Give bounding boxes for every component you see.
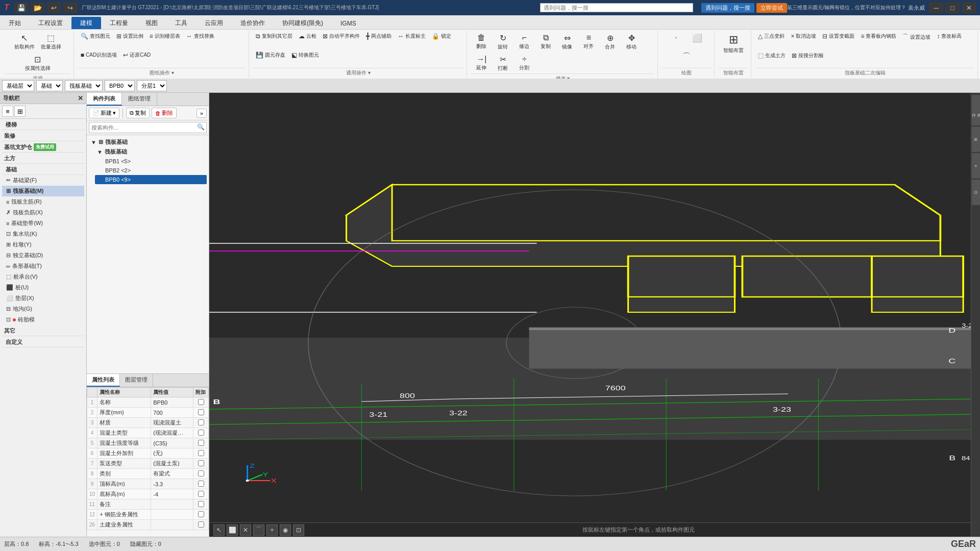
- ribbon-tab-工具[interactable]: 工具: [166, 17, 196, 29]
- prop-check[interactable]: [193, 520, 209, 530]
- layer-select-3[interactable]: 筏板基础: [65, 80, 103, 91]
- rp-btn-3[interactable]: ≡: [972, 153, 980, 179]
- tree-sub-expand[interactable]: ▼ 筏板基础: [95, 147, 207, 157]
- ribbon-tab-开始[interactable]: 开始: [0, 17, 30, 29]
- two-point-btn[interactable]: ╋两点辅助: [363, 32, 394, 41]
- prop-select-btn[interactable]: ⊡按属性选择: [22, 53, 53, 73]
- prop-value[interactable]: 700: [151, 408, 193, 418]
- layer-select-4[interactable]: BPB0: [105, 80, 135, 91]
- ribbon-tab-视图[interactable]: 视图: [137, 17, 166, 29]
- prop-value[interactable]: BPB0: [151, 397, 193, 408]
- component-search-input[interactable]: [89, 122, 207, 133]
- table-row[interactable]: 9 顶标高(m) -3.3: [87, 479, 209, 489]
- yuan-save-btn[interactable]: 💾圆元存盘: [253, 51, 288, 60]
- nav-standalone[interactable]: ⊟ 独立基础(D): [2, 250, 84, 261]
- close-nav-icon[interactable]: ✕: [78, 94, 83, 102]
- nav-sump[interactable]: ⊡ 集水坑(K): [2, 229, 84, 239]
- to-cad-btn[interactable]: ⬕转换图元: [289, 51, 322, 60]
- nav-pile[interactable]: ⬛ 桩(U): [2, 282, 84, 293]
- maximize-btn[interactable]: □: [945, 2, 960, 13]
- merge-btn[interactable]: ⊕合并: [600, 32, 620, 52]
- three-slope-btn[interactable]: △三点变斜: [755, 32, 787, 41]
- prop-value[interactable]: -4: [151, 489, 193, 499]
- undo-btn[interactable]: ↩: [47, 2, 61, 13]
- tab-drawing-mgmt[interactable]: 图纸管理: [122, 93, 157, 106]
- align-btn[interactable]: ≡对齐: [578, 32, 599, 52]
- status-gear[interactable]: GEaR: [951, 539, 976, 549]
- ribbon-tab-建模[interactable]: 建模: [71, 17, 101, 29]
- nav-raft-main[interactable]: ≡ 筏板主筋(R): [2, 196, 84, 207]
- table-row[interactable]: 5 混凝土强度等级 (C35): [87, 438, 209, 448]
- trim-btn[interactable]: ⌐修边: [514, 32, 534, 52]
- rotate-btn[interactable]: ↻旋转: [493, 32, 513, 52]
- divide-btn[interactable]: ÷分割: [514, 53, 534, 73]
- more-btn[interactable]: »: [197, 109, 207, 118]
- vp-angle-btn[interactable]: ⌒: [253, 524, 264, 536]
- vp-3d-btn[interactable]: ⊡: [293, 524, 304, 536]
- prop-check[interactable]: [193, 438, 209, 448]
- cancel-slope-btn[interactable]: ×取消边坡: [788, 32, 819, 41]
- layer-select-2[interactable]: 基础: [36, 80, 63, 91]
- nav-raft-band[interactable]: ≡ 基础垫带(W): [2, 218, 84, 229]
- sub-expand-icon[interactable]: ▼: [97, 149, 103, 155]
- length-mark-btn[interactable]: ↔长度标主: [395, 32, 428, 41]
- view-rebar-btn[interactable]: ≡查看板内钢筋: [858, 32, 899, 41]
- table-row[interactable]: 7 泵送类型 (混凝土泵): [87, 459, 209, 469]
- batch-select-btn[interactable]: ⬚批量选择: [38, 32, 64, 52]
- prop-value[interactable]: (无): [151, 448, 193, 459]
- ribbon-tab-IGMS[interactable]: IGMS: [332, 17, 365, 29]
- tree-item-bpb2[interactable]: BPB2 <2>: [95, 166, 207, 175]
- prop-check[interactable]: [193, 428, 209, 438]
- prop-value[interactable]: -3.3: [151, 479, 193, 489]
- set-slope-btn[interactable]: ⌒设置边坡: [900, 32, 933, 42]
- nav-raft-foundation[interactable]: ⊞ 筏板基础(M): [2, 186, 84, 196]
- auto-flat-btn[interactable]: ⊠自动平齐构件: [320, 32, 362, 41]
- copy-btn[interactable]: ⧉复制: [535, 32, 556, 52]
- smart-place-btn[interactable]: ⊞ 智能布置: [721, 32, 746, 56]
- nav-raft-neg[interactable]: ✗ 筏板负筋(X): [2, 207, 84, 218]
- props-tab-attrs[interactable]: 属性列表: [87, 374, 120, 387]
- prop-value[interactable]: (C35): [151, 438, 193, 448]
- rp-btn-2[interactable]: ⊞: [972, 127, 980, 152]
- table-row[interactable]: 26 土建业务属性: [87, 520, 209, 530]
- cad-id-btn[interactable]: ■CAD识别选项: [78, 51, 119, 60]
- ribbon-tab-协同建模(限免)[interactable]: 协同建模(限免): [274, 17, 332, 29]
- rp-btn-1[interactable]: 构件: [972, 95, 980, 126]
- delete-btn[interactable]: 🗑删除: [471, 32, 492, 52]
- prop-check[interactable]: [193, 499, 209, 510]
- nav-grid-view-btn[interactable]: ⊞: [14, 106, 26, 117]
- table-row[interactable]: 2 厚度(mm) 700: [87, 408, 209, 418]
- prop-check[interactable]: [193, 448, 209, 459]
- rp-btn-4[interactable]: ⊡: [972, 180, 980, 205]
- nav-decor-label[interactable]: 装修: [2, 131, 84, 141]
- close-btn[interactable]: ✕: [962, 2, 976, 13]
- layer-select-5[interactable]: 分层1: [137, 80, 167, 91]
- prop-check[interactable]: [193, 479, 209, 489]
- ribbon-tab-造价协作[interactable]: 造价协作: [232, 17, 274, 29]
- ribbon-tab-云应用[interactable]: 云应用: [196, 17, 232, 29]
- nav-pit-label[interactable]: 基坑支护仓 免费试用: [2, 142, 84, 153]
- props-tab-layers[interactable]: 图层管理: [120, 374, 153, 387]
- prop-check[interactable]: [193, 469, 209, 479]
- find-circle-btn[interactable]: 🔍查找图元: [78, 32, 113, 41]
- top-search-input[interactable]: [540, 3, 693, 12]
- nav-trench[interactable]: ⊟ 地沟(G): [2, 304, 84, 314]
- ribbon-tab-工程量[interactable]: 工程量: [101, 17, 137, 29]
- open-btn[interactable]: 📂: [31, 2, 45, 13]
- nav-strip[interactable]: ═ 条形基础(T): [2, 261, 84, 271]
- vp-rect-select-btn[interactable]: ⬜: [227, 524, 238, 536]
- vp-select-btn[interactable]: ↖: [213, 524, 225, 536]
- copy-layer-btn[interactable]: ⧉复制到其它层: [253, 32, 295, 41]
- tab-component-list[interactable]: 构件列表: [87, 93, 122, 106]
- vp-zoom-btn[interactable]: +: [266, 524, 278, 536]
- table-row[interactable]: 11 备注: [87, 499, 209, 510]
- nav-custom-label[interactable]: 自定义: [2, 337, 84, 347]
- set-section-btn[interactable]: ⊟设置变截面: [820, 32, 857, 41]
- find-replace-btn[interactable]: ↔查找替换: [184, 32, 217, 41]
- table-row[interactable]: 1 名称 BPB0: [87, 397, 209, 408]
- draw-line-btn[interactable]: ⬜: [687, 32, 707, 45]
- prop-value[interactable]: [151, 499, 193, 510]
- nav-other-label[interactable]: 其它: [2, 326, 84, 336]
- restore-cad-btn[interactable]: ↩还原CAD: [120, 51, 153, 60]
- layer-select-1[interactable]: 基础层: [2, 80, 34, 91]
